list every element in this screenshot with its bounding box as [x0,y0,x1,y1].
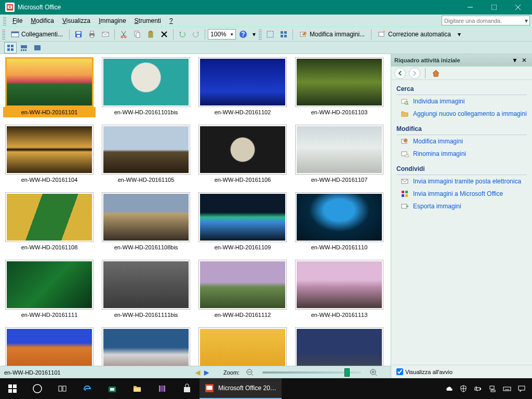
autocorrect-button[interactable]: Correzione automatica [374,29,455,40]
menu-immagine[interactable]: Immagine [95,16,130,25]
svg-rect-73 [159,385,160,392]
toolbar-grip[interactable] [259,29,262,39]
close-button[interactable] [506,0,530,15]
svg-rect-27 [281,31,283,34]
thumbnail-item[interactable]: en-WW-HD-20161101 [3,57,96,124]
svg-rect-81 [480,388,481,390]
network-icon[interactable] [488,384,497,393]
undo-button[interactable] [176,29,189,40]
show-at-startup-checkbox[interactable] [396,368,403,375]
security-icon[interactable] [459,384,468,393]
thumbnail-item[interactable]: en-WW-HD-20161113 [293,260,385,326]
task-pane-close-button[interactable]: ✕ [520,56,529,65]
toolbar-grip[interactable] [2,29,5,39]
thumbnail-item[interactable]: en-WW-HD-20161112 [196,260,289,326]
file-explorer-icon[interactable] [125,378,150,399]
menu-visualizza[interactable]: Visualizza [58,16,95,25]
onedrive-icon[interactable] [445,384,453,393]
thumbnail-item[interactable]: en-WW-HD-20161102 [196,57,289,124]
thumbnail-item[interactable]: en-WW-HD-20161116 [293,327,385,366]
save-button[interactable] [72,29,85,40]
cortana-button[interactable] [25,378,50,399]
menu-modifica[interactable]: Modifica [26,16,58,25]
zoom-slider[interactable] [262,371,361,374]
thumbnail-item[interactable]: en-WW-HD-20161103 [293,57,385,124]
thumbnail-item[interactable]: en-WW-HD-20161108 [3,192,96,259]
edge-icon[interactable] [75,378,100,399]
action-center-icon[interactable] [517,384,526,393]
zoom-slider-handle[interactable] [344,368,350,377]
shortcuts-button[interactable]: Collegamenti... [7,29,66,40]
redo-button[interactable] [190,29,202,40]
next-page-button[interactable]: ▶ [204,369,209,376]
toolbar-grip[interactable] [3,16,6,25]
filmstrip-view-button[interactable] [18,42,30,54]
thumbnail-item[interactable]: en-WW-HD-20161101bis [100,57,192,124]
thumbnail-item[interactable]: en-WW-HD-20161110 [293,192,385,259]
thumbnail-label: en-WW-HD-20161103 [293,107,385,117]
task-pane-menu-button[interactable]: ▼ [510,56,520,65]
cut-button[interactable] [117,29,130,40]
link-locate-images[interactable]: Individua immagini [396,95,527,108]
menu-strumenti[interactable]: Strumenti [130,16,165,25]
taskbar-running-app[interactable]: Microsoft Office 20… [200,378,282,399]
task-pane-home-button[interactable] [430,68,442,79]
help-button[interactable]: ? [237,29,249,40]
zoom-combo[interactable]: 100%▾ [208,29,236,39]
thumbnail-item[interactable]: en-WW-HD-20161114bis [100,327,192,366]
store-icon-1[interactable] [100,378,125,399]
task-pane-forward-button[interactable] [409,68,420,79]
thumbnail-item[interactable]: en-WW-HD-20161115 [196,327,289,366]
svg-rect-65 [13,389,17,393]
toolbar-options-dd[interactable]: ▾ [456,29,463,40]
prev-page-button[interactable]: ◀ [195,369,200,376]
single-view-button[interactable] [31,42,44,54]
thumbnail-item[interactable]: en-WW-HD-20161108bis [100,192,192,259]
power-icon[interactable] [474,384,482,393]
maximize-button[interactable] [482,0,506,15]
task-view-button[interactable] [50,378,75,399]
store-icon-2[interactable] [175,378,200,399]
paste-button[interactable] [144,29,157,40]
thumbnail-grid[interactable]: en-WW-HD-20161101en-WW-HD-20161101bisen-… [0,54,391,366]
start-button[interactable] [0,378,25,399]
system-tray[interactable] [438,384,532,393]
thumbnail-item[interactable]: en-WW-HD-20161106 [196,125,289,191]
delete-button[interactable] [158,29,170,40]
thumbnail-item[interactable]: en-WW-HD-20161114 [3,327,96,366]
copy-button[interactable] [131,29,143,40]
mail-button[interactable] [99,29,112,40]
link-export-images[interactable]: Esporta immagini [396,200,527,212]
select-all-button[interactable] [277,29,290,40]
movies-icon[interactable] [150,378,175,399]
ask-question-box[interactable]: ▾ [442,16,530,25]
chevron-down-icon[interactable]: ▾ [523,17,529,24]
link-send-email[interactable]: Invia immagini tramite posta elettronica [396,175,527,188]
keyboard-icon[interactable] [503,384,511,393]
link-send-office[interactable]: Invia immagini a Microsoft Office [396,188,527,200]
zoom-out-button[interactable] [244,367,256,378]
link-rename-images[interactable]: Rinomina immagini [396,148,527,160]
thumbnail-item[interactable]: en-WW-HD-20161107 [293,125,385,191]
menu-file[interactable]: File [8,16,26,25]
zoom-in-button[interactable] [367,367,380,378]
thumbnail-label: en-WW-HD-20161104 [3,175,96,185]
select-tool[interactable] [264,29,276,40]
link-add-shortcut[interactable]: Aggiungi nuovo collegamento a immagini [396,108,527,120]
menu-?[interactable]: ? [165,16,177,25]
thumbnail-item[interactable]: en-WW-HD-20161105 [100,125,192,191]
toolbar-options-dd[interactable]: ▾ [250,29,258,40]
edit-images-button[interactable]: Modifica immagini... [296,29,368,40]
link-edit-images[interactable]: Modifica immagini [396,135,527,148]
thumbnails-view-button[interactable] [4,42,17,54]
task-pane-back-button[interactable] [394,68,406,79]
thumbnail-item[interactable]: en-WW-HD-20161104 [3,125,96,191]
print-button[interactable] [86,29,98,40]
ask-question-input[interactable] [442,18,523,24]
thumbnail-label: en-WW-HD-20161111 [3,310,96,320]
thumbnail-item[interactable]: en-WW-HD-20161111bis [100,260,192,326]
minimize-button[interactable] [458,0,482,15]
svg-rect-59 [402,194,404,197]
thumbnail-item[interactable]: en-WW-HD-20161111 [3,260,96,326]
thumbnail-item[interactable]: en-WW-HD-20161109 [196,192,289,259]
